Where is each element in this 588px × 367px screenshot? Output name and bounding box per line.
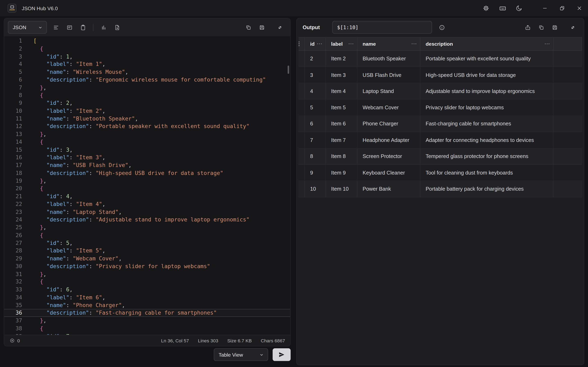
- row-handle-cell: [298, 116, 305, 132]
- view-mode-value: Table View: [219, 352, 243, 358]
- line-number: 31: [4, 270, 26, 278]
- editor-line: 24 "description": "Adjustable stand to i…: [4, 216, 290, 224]
- column-header-description[interactable]: description: [420, 38, 553, 50]
- table-cell: Adapter for connecting headphones to dev…: [420, 132, 553, 148]
- column-label: name: [363, 41, 376, 47]
- row-spacer-cell: [553, 148, 582, 164]
- window-controls: [536, 0, 588, 17]
- line-number: 18: [4, 169, 26, 177]
- column-label: id: [310, 41, 315, 47]
- table-cell: Phone Charger: [357, 116, 420, 132]
- line-code: {: [26, 45, 290, 53]
- copy-button[interactable]: [242, 21, 255, 34]
- table-cell: Item 2: [326, 50, 357, 67]
- json-editor[interactable]: 1[2 {3 "id": 1,4 "label": "Item 1",5 "na…: [4, 36, 290, 335]
- share-button[interactable]: [521, 21, 534, 34]
- minify-button[interactable]: [63, 21, 76, 34]
- table-drag-handle[interactable]: [298, 38, 305, 50]
- line-number: 27: [4, 239, 26, 247]
- editor-line: 30 "description": "Privacy slider for la…: [4, 262, 290, 270]
- line-number: 29: [4, 255, 26, 262]
- line-number: 12: [4, 123, 26, 130]
- theme-toggle-button[interactable]: [511, 0, 527, 17]
- maximize-restore-button[interactable]: [553, 0, 571, 17]
- row-handle-cell: [298, 148, 305, 164]
- table-row: 5Item 5Webcam CoverPrivacy slider for la…: [298, 100, 582, 116]
- line-number: 32: [4, 278, 26, 286]
- table-cell: 8: [305, 148, 326, 164]
- minimize-button[interactable]: [536, 0, 553, 17]
- line-number: 37: [4, 317, 26, 325]
- editor-line: 22 "label": "Item 4",: [4, 200, 290, 208]
- editor-line: 13 },: [4, 130, 290, 138]
- editor-line: 33 "id": 6,: [4, 286, 290, 293]
- language-select[interactable]: JSON: [8, 21, 47, 34]
- editor-line: 20 {: [4, 185, 290, 192]
- table-cell: 4: [305, 83, 326, 99]
- save-button[interactable]: [255, 21, 268, 34]
- query-info-button[interactable]: [436, 21, 448, 34]
- line-number: 7: [4, 84, 26, 92]
- line-number: 11: [4, 115, 26, 123]
- run-query-button[interactable]: [273, 348, 291, 361]
- expand-editor-button[interactable]: [273, 21, 286, 34]
- editor-line: 39 "id": 7,: [4, 332, 290, 335]
- copy-output-button[interactable]: [534, 21, 548, 34]
- line-code: "description": "Privacy slider for lapto…: [26, 262, 290, 270]
- table-cell: Adjustable stand to improve laptop ergon…: [420, 83, 553, 99]
- editor-line: 14 {: [4, 138, 290, 146]
- scrollbar-thumb[interactable]: [288, 66, 289, 74]
- row-handle-cell: [298, 165, 305, 180]
- keyboard-shortcuts-button[interactable]: [494, 0, 511, 17]
- table-row: 10Item 10Power BankPortable battery pack…: [298, 181, 582, 197]
- line-number: 10: [4, 107, 26, 115]
- editor-line: 15 "id": 3,: [4, 146, 290, 154]
- column-header-label[interactable]: label: [326, 38, 357, 50]
- table-row: 9Item 9Keyboard CleanerTool for cleaning…: [298, 165, 582, 181]
- line-number: 15: [4, 146, 26, 154]
- view-mode-select[interactable]: Table View: [214, 348, 268, 361]
- table-cell: 5: [305, 100, 326, 115]
- line-count: Lines 303: [198, 338, 218, 343]
- expand-output-button[interactable]: [566, 21, 579, 34]
- row-handle-cell: [298, 50, 305, 67]
- line-code: "label": "Item 2",: [26, 107, 290, 115]
- line-number: 38: [4, 325, 26, 332]
- output-panel: Output: [296, 18, 584, 365]
- column-menu-icon[interactable]: [349, 43, 353, 44]
- line-code: "id": 7,: [26, 332, 290, 335]
- row-spacer-cell: [553, 132, 582, 148]
- row-spacer-cell: [553, 83, 582, 99]
- column-header-id[interactable]: id: [305, 38, 326, 50]
- line-code: "description": "Adjustable stand to impr…: [26, 216, 290, 224]
- editor-line: 26 {: [4, 231, 290, 239]
- editor-line: 7 },: [4, 84, 290, 92]
- column-menu-icon[interactable]: [412, 43, 416, 44]
- editor-line: 18 "description": "High-speed USB drive …: [4, 169, 290, 177]
- column-menu-icon[interactable]: [317, 43, 322, 44]
- convert-file-button[interactable]: [110, 21, 124, 34]
- column-menu-icon[interactable]: [545, 43, 549, 44]
- close-button[interactable]: [571, 0, 588, 17]
- table-cell: Item 9: [326, 165, 357, 180]
- table-cell: 9: [305, 165, 326, 180]
- editor-line: 4 "label": "Item 1",: [4, 60, 290, 68]
- settings-button[interactable]: [478, 0, 494, 17]
- line-code: "label": "Item 5",: [26, 247, 290, 255]
- paste-button[interactable]: [76, 21, 90, 34]
- save-output-button[interactable]: [548, 21, 561, 34]
- line-code: "name": "USB Flash Drive",: [26, 161, 290, 169]
- output-table: id label name description 2Item 2Bluetoo…: [298, 37, 582, 197]
- line-number: 34: [4, 294, 26, 301]
- line-code: },: [26, 84, 290, 92]
- query-input[interactable]: [332, 21, 432, 34]
- line-number: 3: [4, 53, 26, 60]
- format-button[interactable]: [49, 21, 63, 34]
- column-header-name[interactable]: name: [357, 38, 420, 50]
- column-stats-button[interactable]: [97, 21, 110, 34]
- line-number: 1: [4, 37, 26, 45]
- editor-status-bar: 0 Ln 36, Col 57 Lines 303 Size 6.7 KB Ch…: [4, 335, 290, 346]
- line-number: 33: [4, 286, 26, 293]
- table-cell: Privacy slider for laptop webcams: [420, 100, 553, 115]
- editor-line: 37 },: [4, 317, 290, 325]
